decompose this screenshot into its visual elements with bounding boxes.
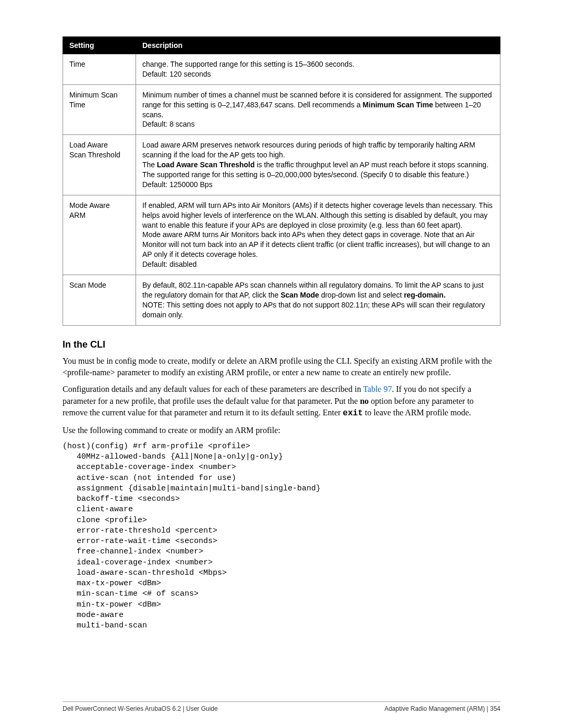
table-header-row: Setting Description [63, 37, 500, 54]
setting-description: Load aware ARM preserves network resourc… [136, 135, 500, 195]
setting-name: Minimum Scan Time [63, 84, 136, 135]
setting-description: If enabled, ARM will turn APs into Air M… [136, 195, 500, 275]
cli-para2: Configuration details and any default va… [63, 384, 500, 419]
table-row: Time change. The supported range for thi… [63, 54, 500, 85]
header-setting: Setting [63, 37, 136, 54]
desc-bold: Minimum Scan Time [363, 101, 433, 109]
cli-heading: In the CLI [63, 339, 500, 350]
exit-keyword: exit [343, 409, 363, 418]
document-page: Setting Description Time change. The sup… [0, 0, 563, 728]
setting-description: Minimum number of times a channel must b… [136, 84, 500, 135]
table-row: Mode Aware ARM If enabled, ARM will turn… [63, 195, 500, 275]
desc-text: Load aware ARM preserves network resourc… [142, 141, 475, 159]
table-row: Load Aware Scan Threshold Load aware ARM… [63, 135, 500, 195]
no-keyword: no [360, 397, 369, 405]
desc-text: drop-down list and select [319, 291, 404, 299]
table-row: Scan Mode By default, 802.11n-capable AP… [63, 275, 500, 326]
cli-code-block: (host)(config) #rf arm-profile <profile>… [63, 441, 500, 632]
table-row: Minimum Scan Time Minimum number of time… [63, 84, 500, 135]
desc-text: change. The supported range for this set… [142, 60, 354, 78]
desc-bold: Load Aware Scan Threshold [157, 161, 255, 169]
cli-para1: You must be in config mode to create, mo… [63, 355, 500, 379]
setting-name: Load Aware Scan Threshold [63, 135, 136, 195]
setting-name: Mode Aware ARM [63, 195, 136, 275]
desc-bold: reg-domain. [404, 291, 446, 299]
header-description: Description [136, 37, 500, 54]
cli-para3: Use the following command to create or m… [63, 425, 500, 436]
setting-description: By default, 802.11n-capable APs scan cha… [136, 275, 500, 326]
setting-name: Scan Mode [63, 275, 136, 326]
desc-bold: Scan Mode [280, 291, 319, 299]
setting-name: Time [63, 54, 136, 85]
footer-right: Adaptive Radio Management (ARM) | 354 [384, 705, 500, 712]
settings-table: Setting Description Time change. The sup… [63, 36, 500, 326]
desc-text: If enabled, ARM will turn APs into Air M… [142, 201, 493, 268]
table-97-link[interactable]: Table 97 [363, 385, 391, 393]
page-footer: Dell PowerConnect W-Series ArubaOS 6.2 |… [63, 701, 500, 712]
desc-text: NOTE: This setting does not apply to APs… [142, 301, 485, 319]
footer-left: Dell PowerConnect W-Series ArubaOS 6.2 |… [63, 705, 218, 712]
setting-description: change. The supported range for this set… [136, 54, 500, 85]
para-text: Configuration details and any default va… [63, 385, 363, 393]
para-text: to leave the ARM profile mode. [363, 408, 471, 417]
desc-text: The [142, 161, 157, 169]
